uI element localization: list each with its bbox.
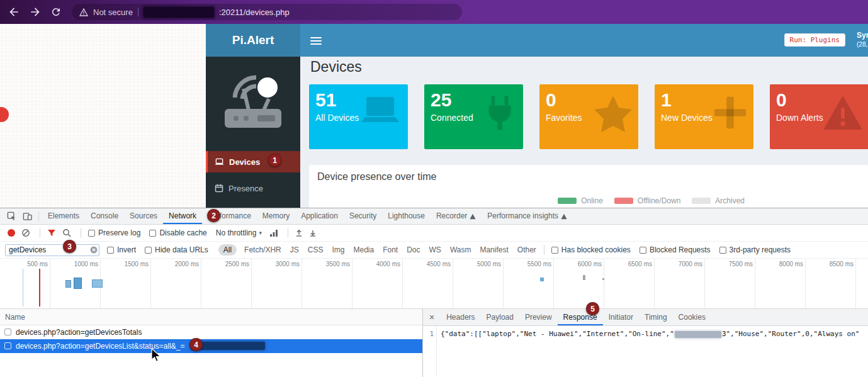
network-request-row-selected[interactable]: devices.php?action=getDevicesList&status… — [0, 339, 422, 353]
tab-headers[interactable]: Headers — [441, 309, 480, 325]
menu-toggle-icon[interactable] — [310, 35, 322, 47]
timeline-tick: 1500 ms — [120, 261, 149, 267]
timeline-request-bar — [540, 278, 544, 281]
inspect-element-icon[interactable] — [7, 211, 16, 221]
timeline-load-mark — [39, 269, 40, 307]
tab-performance-insights[interactable]: Performance insights — [482, 208, 573, 224]
legend-swatch-offline — [614, 198, 633, 204]
invert-label[interactable]: Invert — [117, 245, 136, 254]
timeline-request-bar — [74, 278, 82, 289]
disable-cache-label[interactable]: Disable cache — [159, 228, 206, 237]
preserve-log-checkbox[interactable] — [88, 230, 95, 237]
filter-type-media[interactable]: Media — [353, 245, 374, 254]
request-checkbox[interactable] — [4, 329, 11, 335]
page-title: Devices — [310, 59, 362, 76]
filter-type-all[interactable]: All — [218, 244, 237, 256]
filter-type-ws[interactable]: WS — [429, 245, 441, 254]
record-icon[interactable] — [8, 229, 15, 237]
tab-security[interactable]: Security — [344, 208, 382, 224]
request-list-header[interactable]: Name — [0, 309, 422, 325]
tab-cookies[interactable]: Cookies — [673, 309, 711, 325]
timeline-tick: 8000 ms — [774, 261, 803, 267]
tab-recorder[interactable]: Recorder — [431, 208, 482, 224]
clear-filter-icon[interactable] — [90, 246, 98, 254]
filter-type-doc[interactable]: Doc — [407, 245, 420, 254]
tab-console[interactable]: Console — [85, 208, 124, 224]
filter-type-css[interactable]: CSS — [308, 245, 324, 254]
network-bottom-split: Name devices.php?action=getDevicesTotals… — [0, 309, 868, 377]
timeline-tick: 5500 ms — [522, 261, 551, 267]
timeline-tick: 2000 ms — [170, 261, 199, 267]
header-right-bottom: (28, — [857, 40, 868, 49]
network-filter-input[interactable] — [5, 244, 99, 256]
network-conditions-icon[interactable] — [269, 229, 278, 237]
timeline-tick: 5000 ms — [472, 261, 501, 267]
third-party-requests-checkbox[interactable] — [719, 247, 726, 254]
mouse-cursor — [151, 348, 161, 365]
divider — [38, 211, 39, 222]
tab-preview[interactable]: Preview — [519, 309, 558, 325]
timeline-request-bar — [602, 278, 604, 280]
network-timeline-overview[interactable]: 500 ms 1000 ms 1500 ms 2000 ms 2500 ms 3… — [0, 259, 868, 309]
stat-connected[interactable]: 25 Connected — [424, 84, 523, 149]
tab-application[interactable]: Application — [295, 208, 344, 224]
device-toolbar-icon[interactable] — [23, 211, 32, 221]
filter-type-other[interactable]: Other — [517, 245, 536, 254]
tab-elements[interactable]: Elements — [42, 208, 85, 224]
hide-data-urls-label[interactable]: Hide data URLs — [155, 245, 208, 254]
back-icon[interactable] — [8, 6, 20, 18]
invert-checkbox[interactable] — [107, 247, 114, 254]
warning-icon — [822, 94, 864, 131]
network-filter-bar: Invert Hide data URLs All Fetch/XHR JS C… — [0, 242, 868, 259]
filter-type-img[interactable]: Img — [332, 245, 344, 254]
timeline-tick: 4500 ms — [422, 261, 451, 267]
sidebar-item-presence[interactable]: Presence — [206, 177, 300, 199]
third-party-requests-label[interactable]: 3rd-party requests — [730, 245, 791, 254]
network-request-row[interactable]: devices.php?action=getDevicesTotals — [0, 325, 422, 339]
chevron-down-icon: ▾ — [259, 230, 262, 236]
run-plugins-button[interactable]: Run: Plugins — [784, 33, 845, 47]
clear-icon[interactable] — [21, 228, 30, 237]
has-blocked-cookies-label[interactable]: Has blocked cookies — [561, 245, 631, 254]
search-icon[interactable] — [62, 228, 71, 237]
request-checkbox[interactable] — [4, 342, 11, 349]
stat-all-devices[interactable]: 51 All Devices — [309, 84, 408, 149]
export-har-icon[interactable] — [309, 229, 317, 237]
disable-cache-checkbox[interactable] — [149, 230, 156, 237]
laptop-icon — [358, 94, 403, 130]
tab-network[interactable]: Network — [163, 208, 202, 224]
filter-type-wasm[interactable]: Wasm — [450, 245, 471, 254]
blocked-requests-label[interactable]: Blocked Requests — [650, 245, 711, 254]
stats-row: 51 All Devices 25 Connected 0 Favorites — [309, 84, 868, 149]
filter-type-fetch-xhr[interactable]: Fetch/XHR — [244, 245, 281, 254]
tab-lighthouse[interactable]: Lighthouse — [382, 208, 431, 224]
not-secure-label[interactable]: Not secure — [93, 8, 133, 17]
tab-initiator[interactable]: Initiator — [603, 309, 639, 325]
stat-favorites[interactable]: 0 Favorites — [539, 84, 638, 149]
tab-timing[interactable]: Timing — [639, 309, 673, 325]
filter-type-manifest[interactable]: Manifest — [480, 245, 508, 254]
main-content: Devices 51 All Devices 25 Connected 0 Fa… — [300, 57, 868, 208]
stat-new-devices[interactable]: 1 New Devices — [655, 84, 753, 149]
refresh-icon[interactable] — [50, 6, 62, 18]
filter-icon[interactable] — [47, 228, 56, 237]
close-icon[interactable]: × — [423, 312, 441, 322]
sidebar-item-devices[interactable]: Devices — [206, 151, 300, 172]
filter-type-js[interactable]: JS — [290, 245, 299, 254]
header-right-info: Sym (28, — [857, 30, 868, 49]
preserve-log-label[interactable]: Preserve log — [98, 228, 140, 237]
page-left-background — [0, 24, 206, 208]
filter-type-font[interactable]: Font — [383, 245, 398, 254]
address-bar[interactable]: Not secure :20211/devices.php — [72, 4, 462, 20]
has-blocked-cookies-checkbox[interactable] — [551, 247, 558, 254]
throttling-select[interactable]: No throttling ▾ — [216, 228, 262, 237]
tab-sources[interactable]: Sources — [124, 208, 163, 224]
forward-icon[interactable] — [29, 6, 42, 18]
app-logo[interactable]: Pi.Alert — [206, 24, 300, 57]
import-har-icon[interactable] — [295, 229, 303, 237]
blocked-requests-checkbox[interactable] — [640, 247, 646, 254]
hide-data-urls-checkbox[interactable] — [145, 247, 152, 254]
tab-payload[interactable]: Payload — [481, 309, 519, 325]
stat-down-alerts[interactable]: 0 Down Alerts — [770, 84, 868, 149]
tab-memory[interactable]: Memory — [257, 208, 295, 224]
